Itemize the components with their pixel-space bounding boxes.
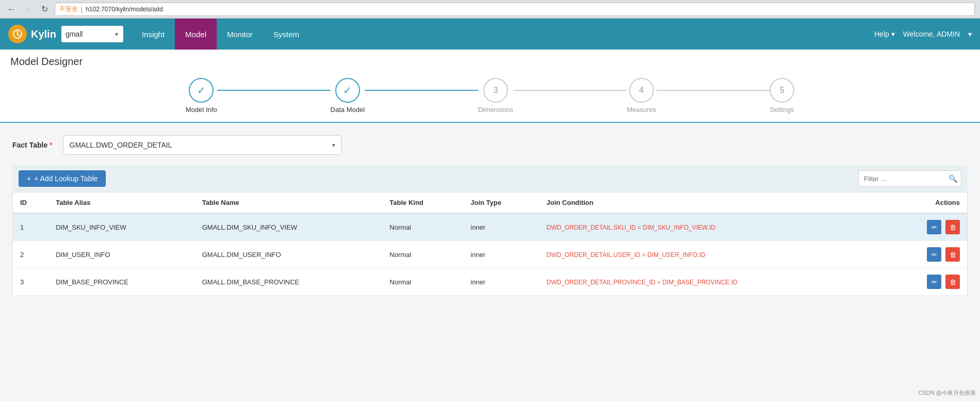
filter-wrapper: 🔍 [858,170,961,187]
edit-button-3[interactable]: ✏ [927,275,941,289]
lookup-table-section: + + Add Lookup Table 🔍 ID Table Alias Ta… [12,165,968,296]
step-4-label: Measures [627,106,656,114]
cell-alias: DIM_USER_INFO [48,241,195,268]
edit-button-1[interactable]: ✏ [927,220,941,234]
step-3-label: Dimensions [478,106,513,114]
security-warning: 不安全 [59,5,78,13]
step-5-label: Settings [770,106,794,114]
connector-1-2 [217,90,331,91]
nav-insight[interactable]: Insight [132,19,175,50]
fact-table-select-wrapper[interactable]: GMALL.DWD_ORDER_DETAIL [63,135,341,155]
sub-header: Model Designer ✓ Model Info ✓ Data Model… [0,50,980,123]
cell-name: GMALL.DIM_BASE_PROVINCE [195,268,383,296]
stepper: ✓ Model Info ✓ Data Model 3 Dimensions 4… [10,78,970,122]
join-condition-text: DWD_ORDER_DETAIL.PROVINCE_ID = DIM_BASE_… [547,279,738,286]
cell-join-type: inner [463,213,539,241]
add-lookup-icon: + [27,174,31,183]
cell-actions: ✏ 🗑 [884,213,967,241]
table-header: ID Table Alias Table Name Table Kind Joi… [13,193,968,214]
cell-name: GMALL.DIM_SKU_INFO_VIEW [195,213,383,241]
help-button[interactable]: Help ▾ [874,30,895,38]
filter-input[interactable] [858,170,961,187]
nav-right: Help ▾ Welcome, ADMIN ▾ [874,30,980,38]
step-2-label: Data Model [331,106,365,114]
step-1-circle: ✓ [189,78,214,103]
address-bar: 不安全 | h102:7070/kylin/models/add [55,3,975,16]
nav-menu: Insight Model Monitor System [132,19,309,50]
step-5: 5 Settings [770,78,794,114]
back-button[interactable]: ← [5,3,18,15]
delete-button-3[interactable]: 🗑 [945,275,960,289]
cell-actions: ✏ 🗑 [884,268,967,296]
col-name: Table Name [195,193,383,214]
cell-join-condition: DWD_ORDER_DETAIL.PROVINCE_ID = DIM_BASE_… [540,268,885,296]
nav-model[interactable]: Model [175,19,217,50]
table-row: 2 DIM_USER_INFO GMALL.DIM_USER_INFO Norm… [13,241,968,268]
page-title: Model Designer [10,56,970,68]
step-1: ✓ Model Info [186,78,217,114]
help-dropdown-icon: ▾ [891,30,895,38]
forward-button[interactable]: → [22,3,34,15]
cell-join-condition: DWD_ORDER_DETAIL.USER_ID = DIM_USER_INFO… [540,241,885,268]
delete-button-1[interactable]: 🗑 [945,220,960,234]
help-label: Help [874,30,889,38]
connector-2-3 [365,90,478,91]
cell-alias: DIM_SKU_INFO_VIEW [48,213,195,241]
app-header: Kylin gmall Insight Model Monitor System… [0,19,980,50]
cell-actions: ✏ 🗑 [884,241,967,268]
delete-button-2[interactable]: 🗑 [945,247,960,262]
cell-name: GMALL.DIM_USER_INFO [195,241,383,268]
project-select[interactable]: gmall [61,26,123,42]
project-select-wrapper[interactable]: gmall [61,26,123,42]
col-join-condition: Join Condition [540,193,885,214]
step-1-label: Model Info [186,106,217,114]
required-star: * [50,141,52,149]
cell-join-condition: DWD_ORDER_DETAIL.SKU_ID = DIM_SKU_INFO_V… [540,213,885,241]
url-text: h102:7070/kylin/models/add [86,6,162,13]
add-lookup-button[interactable]: + + Add Lookup Table [19,170,106,187]
cell-alias: DIM_BASE_PROVINCE [48,268,195,296]
logo-text: Kylin [31,28,56,40]
table-row: 1 DIM_SKU_INFO_VIEW GMALL.DIM_SKU_INFO_V… [13,213,968,241]
nav-system[interactable]: System [263,19,309,50]
browser-bar: ← → ↻ 不安全 | h102:7070/kylin/models/add [0,0,980,19]
cell-id: 3 [13,268,49,296]
welcome-text: Welcome, ADMIN [903,30,960,38]
cell-id: 2 [13,241,49,268]
cell-kind: Normal [382,241,463,268]
logo-icon [8,25,27,43]
cell-kind: Normal [382,268,463,296]
cell-kind: Normal [382,213,463,241]
col-join-type: Join Type [463,193,539,214]
add-lookup-label: + Add Lookup Table [34,174,97,183]
connector-3-4 [513,90,627,91]
lookup-table: ID Table Alias Table Name Table Kind Joi… [12,192,968,296]
main-content: Fact Table * GMALL.DWD_ORDER_DETAIL + + … [0,123,980,401]
fact-table-label: Fact Table * [12,141,53,149]
user-dropdown-icon: ▾ [968,30,972,38]
nav-monitor[interactable]: Monitor [217,19,263,50]
table-toolbar: + + Add Lookup Table 🔍 [12,165,968,192]
fact-table-select[interactable]: GMALL.DWD_ORDER_DETAIL [63,135,341,155]
step-5-circle: 5 [770,78,794,103]
connector-4-5 [656,90,770,91]
step-2: ✓ Data Model [331,78,365,114]
fact-table-row: Fact Table * GMALL.DWD_ORDER_DETAIL [12,135,968,155]
join-condition-text: DWD_ORDER_DETAIL.SKU_ID = DIM_SKU_INFO_V… [547,224,716,231]
col-id: ID [13,193,49,214]
table-body: 1 DIM_SKU_INFO_VIEW GMALL.DIM_SKU_INFO_V… [13,213,968,296]
cell-join-type: inner [463,241,539,268]
cell-join-type: inner [463,268,539,296]
table-row: 3 DIM_BASE_PROVINCE GMALL.DIM_BASE_PROVI… [13,268,968,296]
col-kind: Table Kind [382,193,463,214]
watermark: CSDN @今夜月色很美 [919,389,976,397]
edit-button-2[interactable]: ✏ [927,247,941,262]
step-3-circle: 3 [483,78,508,103]
join-condition-text: DWD_ORDER_DETAIL.USER_ID = DIM_USER_INFO… [547,251,706,259]
col-actions: Actions [884,193,967,214]
col-alias: Table Alias [48,193,195,214]
refresh-button[interactable]: ↻ [38,3,51,15]
step-2-circle: ✓ [335,78,360,103]
step-4: 4 Measures [627,78,656,114]
step-3: 3 Dimensions [478,78,513,114]
